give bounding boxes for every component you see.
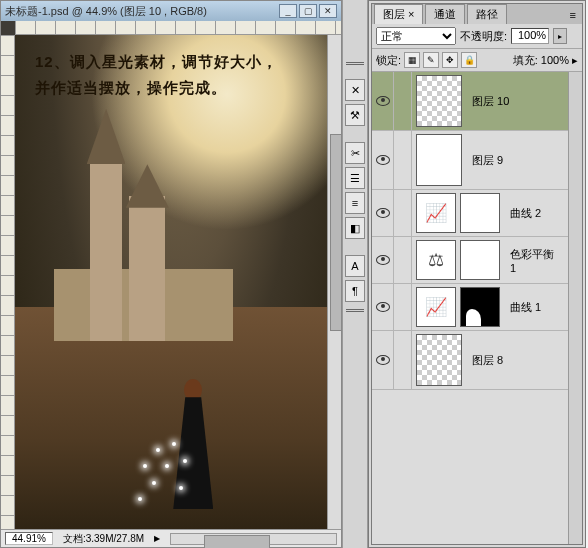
link-column[interactable] <box>394 284 412 330</box>
layer-row-1[interactable]: 图层 9 <box>372 131 568 190</box>
link-column[interactable] <box>394 72 412 130</box>
doc-size-readout: 文档:3.39M/27.8M <box>63 532 144 546</box>
tool-3[interactable]: ☰ <box>345 167 365 189</box>
layer-thumb[interactable] <box>416 334 462 386</box>
canvas-caption: 12、调入星光素材，调节好大小， 并作适当摆放，操作完成。 <box>35 49 321 100</box>
layer-list[interactable]: 图层 10 图层 9 📈 曲线 2 <box>372 72 568 544</box>
close-button[interactable]: ✕ <box>319 4 337 18</box>
tool-2[interactable]: ✂ <box>345 142 365 164</box>
visibility-toggle-icon[interactable] <box>376 96 390 106</box>
scrollbar-horizontal[interactable] <box>170 533 337 545</box>
visibility-toggle-icon[interactable] <box>376 208 390 218</box>
toolbar-grip-2[interactable] <box>346 309 364 319</box>
adjustment-color-balance-icon[interactable]: ⚖ <box>416 240 456 280</box>
adjustment-curves-icon[interactable]: 📈 <box>416 193 456 233</box>
link-column[interactable] <box>394 190 412 236</box>
tool-7[interactable]: ¶ <box>345 280 365 302</box>
document-statusbar: 44.91% 文档:3.39M/27.8M ▶ <box>1 529 341 547</box>
layer-name[interactable]: 色彩平衡 1 <box>504 247 568 274</box>
link-column[interactable] <box>394 331 412 389</box>
toolbar-grip[interactable] <box>346 62 364 72</box>
link-column[interactable] <box>394 131 412 189</box>
document-title: 未标题-1.psd @ 44.9% (图层 10 , RGB/8) <box>5 4 277 19</box>
panel-options-row-2: 锁定: ▦ ✎ ✥ 🔒 填充: 100% ▸ <box>372 49 582 72</box>
lock-label: 锁定: <box>376 53 401 68</box>
panel-options-row-1: 正常 不透明度: 100% ▸ <box>372 24 582 49</box>
visibility-toggle-icon[interactable] <box>376 355 390 365</box>
layer-mask-thumb[interactable] <box>460 193 500 233</box>
tool-4[interactable]: ≡ <box>345 192 365 214</box>
side-toolbar: ✕ ⚒ ✂ ☰ ≡ ◧ A ¶ <box>342 0 368 548</box>
lock-all-icon[interactable]: 🔒 <box>461 52 477 68</box>
canvas-content: 12、调入星光素材，调节好大小， 并作适当摆放，操作完成。 <box>15 35 341 529</box>
layer-name[interactable]: 曲线 1 <box>504 300 568 315</box>
tool-6[interactable]: A <box>345 255 365 277</box>
opacity-stepper[interactable]: ▸ <box>553 28 567 44</box>
visibility-toggle-icon[interactable] <box>376 155 390 165</box>
layer-thumb[interactable] <box>416 134 462 186</box>
caption-line-2: 并作适当摆放，操作完成。 <box>35 75 321 101</box>
lock-transparency-icon[interactable]: ▦ <box>404 52 420 68</box>
layer-row-5[interactable]: 图层 8 <box>372 331 568 390</box>
castle-graphic <box>54 134 233 341</box>
fill-label: 填充: <box>513 53 538 68</box>
panel-menu-icon[interactable]: ≡ <box>564 6 582 24</box>
visibility-toggle-icon[interactable] <box>376 302 390 312</box>
scrollbar-vertical[interactable] <box>327 35 341 529</box>
tool-0[interactable]: ✕ <box>345 79 365 101</box>
adjustment-curves-icon[interactable]: 📈 <box>416 287 456 327</box>
caption-line-1: 12、调入星光素材，调节好大小， <box>35 49 321 75</box>
opacity-value[interactable]: 100% <box>511 28 549 44</box>
minimize-button[interactable]: _ <box>279 4 297 18</box>
panel-tabs: 图层 × 通道 路径 ≡ <box>372 4 582 24</box>
ruler-vertical[interactable] <box>1 35 15 529</box>
layer-mask-thumb[interactable] <box>460 240 500 280</box>
layer-name[interactable]: 图层 9 <box>466 153 568 168</box>
layers-panel: 图层 × 通道 路径 ≡ 正常 不透明度: 100% ▸ 锁定: ▦ ✎ ✥ 🔒… <box>368 0 586 548</box>
document-titlebar[interactable]: 未标题-1.psd @ 44.9% (图层 10 , RGB/8) _ ▢ ✕ <box>1 1 341 21</box>
tab-channels[interactable]: 通道 <box>425 4 465 24</box>
link-column[interactable] <box>394 237 412 283</box>
canvas-area[interactable]: 12、调入星光素材，调节好大小， 并作适当摆放，操作完成。 <box>15 35 341 529</box>
tab-paths[interactable]: 路径 <box>467 4 507 24</box>
layer-row-3[interactable]: ⚖ 色彩平衡 1 <box>372 237 568 284</box>
layer-mask-thumb[interactable] <box>460 287 500 327</box>
lock-pixels-icon[interactable]: ✎ <box>423 52 439 68</box>
layer-row-2[interactable]: 📈 曲线 2 <box>372 190 568 237</box>
lock-position-icon[interactable]: ✥ <box>442 52 458 68</box>
layer-name[interactable]: 曲线 2 <box>504 206 568 221</box>
layer-name[interactable]: 图层 8 <box>466 353 568 368</box>
layer-thumb[interactable] <box>416 75 462 127</box>
layer-row-0[interactable]: 图层 10 <box>372 72 568 131</box>
layer-row-4[interactable]: 📈 曲线 1 <box>372 284 568 331</box>
layer-name[interactable]: 图层 10 <box>466 94 568 109</box>
zoom-readout[interactable]: 44.91% <box>5 532 53 545</box>
panel-scrollbar[interactable] <box>568 72 582 544</box>
document-window: 未标题-1.psd @ 44.9% (图层 10 , RGB/8) _ ▢ ✕ <box>0 0 342 548</box>
maximize-button[interactable]: ▢ <box>299 4 317 18</box>
figure-graphic <box>168 379 218 509</box>
tool-1[interactable]: ⚒ <box>345 104 365 126</box>
ruler-horizontal[interactable] <box>15 21 341 35</box>
tool-5[interactable]: ◧ <box>345 217 365 239</box>
fill-stepper[interactable]: ▸ <box>572 54 578 67</box>
visibility-toggle-icon[interactable] <box>376 255 390 265</box>
tab-layers[interactable]: 图层 × <box>374 4 423 24</box>
fill-value[interactable]: 100% <box>541 54 569 66</box>
blend-mode-select[interactable]: 正常 <box>376 27 456 45</box>
opacity-label: 不透明度: <box>460 29 507 44</box>
